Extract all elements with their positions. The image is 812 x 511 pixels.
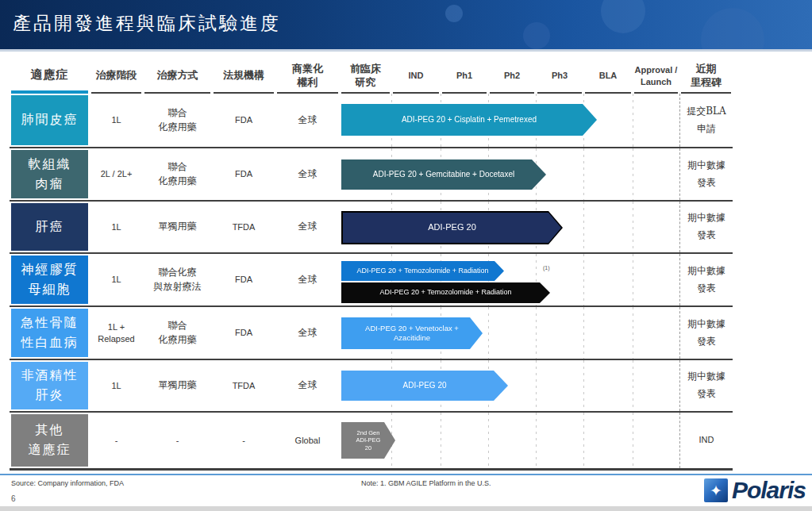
header-stage: 治療階段 (91, 60, 141, 94)
arrow-label: ADI-PEG 20 + Temozolomide + Radiation (357, 267, 489, 275)
rights-cell: 全球 (275, 94, 340, 147)
indication-cell: 非酒精性 肝炎 (11, 362, 88, 409)
table-header-row: 適應症 治療階段 治療方式 法規機構 商業化 權利 前臨床 研究 IND Ph1… (10, 60, 733, 94)
agency-cell: FDA (212, 148, 275, 200)
method-cell: 聯合 化療用藥 (143, 94, 212, 147)
decorative-circle (523, 22, 550, 49)
page-title: 產品開發進程與臨床試驗進度 (0, 0, 812, 36)
logo-text: Polaris (732, 477, 806, 504)
rights-cell: 全球 (275, 307, 340, 359)
milestone-cell: 期中數據 發表 (679, 360, 733, 411)
pipeline-table: 適應症 治療階段 治療方式 法規機構 商業化 權利 前臨床 研究 IND Ph1… (10, 60, 733, 471)
arrow-label: 2nd Gen ADI-PEG 20 (356, 429, 381, 451)
agency-cell: TFDA (212, 202, 275, 252)
rights-cell: Global (275, 413, 340, 468)
pipeline-arrow: ADI-PEG 20 + Temozolomide + Radiation (341, 261, 504, 281)
pipeline-arrow: ADI-PEG 20 (341, 211, 563, 244)
stage-cell: 1L (90, 360, 143, 411)
header-ind-phase: IND (393, 60, 439, 94)
stage-cell: 1L + Relapsed (90, 307, 143, 359)
page-number: 6 (11, 494, 16, 503)
header-preclinical: 前臨床 研究 (341, 60, 390, 94)
pipeline-arrow: ADI-PEG 20 + Gemcitabine + Docetaxel (341, 159, 546, 190)
phase-track: ADI-PEG 20 + Temozolomide + Radiation AD… (340, 254, 679, 305)
indication-cell: 神經膠質 母細胞 (11, 256, 88, 304)
table-row-sarcoma: 軟組織 肉瘤 2L / 2L+ 聯合 化療用藥 FDA 全球 ADI-PEG 2… (10, 147, 733, 200)
phase-track: ADI-PEG 20 (340, 360, 679, 411)
rights-cell: 全球 (275, 202, 340, 252)
stage-cell: 1L (90, 202, 143, 252)
pipeline-arrow: 2nd Gen ADI-PEG 20 (341, 422, 395, 459)
table-body: 肺間皮癌 1L 聯合 化療用藥 FDA 全球 ADI-PEG 20 + Cisp… (10, 94, 733, 471)
header-ph3: Ph3 (537, 60, 582, 94)
header-method: 治療方式 (144, 60, 210, 94)
decorative-circle (445, 5, 463, 22)
stage-cell: 1L (90, 254, 143, 305)
footnote-marker: (1) (543, 265, 550, 271)
method-cell: - (143, 413, 212, 468)
arrow-label: ADI-PEG 20 + Cisplatin + Pemetrexed (402, 115, 537, 125)
phase-track: ADI-PEG 20 + Cisplatin + Pemetrexed (340, 94, 679, 147)
bottom-strip (0, 506, 812, 511)
source-note: Source: Company information, FDA (11, 479, 124, 487)
header-indication: 適應症 (11, 60, 88, 94)
table-row-liver-cancer: 肝癌 1L 單獨用藥 TFDA 全球 ADI-PEG 20 期中數據 發表 (10, 200, 733, 252)
agency-cell: FDA (212, 254, 275, 305)
table-row-mesothelioma: 肺間皮癌 1L 聯合 化療用藥 FDA 全球 ADI-PEG 20 + Cisp… (10, 94, 733, 147)
header-agency: 法規機構 (214, 60, 274, 94)
slide-header: 產品開發進程與臨床試驗進度 (0, 0, 812, 52)
milestone-cell: 期中數據 發表 (679, 148, 733, 200)
table-row-nash: 非酒精性 肝炎 1L 單獨用藥 TFDA 全球 ADI-PEG 20 期中數據 … (10, 359, 733, 411)
milestone-cell: 期中數據 發表 (679, 202, 733, 252)
table-row-glioblastoma: 神經膠質 母細胞 1L 聯合化療 與放射療法 FDA 全球 ADI-PEG 20… (10, 252, 733, 305)
phase-track: ADI-PEG 20 + Gemcitabine + Docetaxel (340, 148, 679, 200)
table-row-aml: 急性骨隨 性白血病 1L + Relapsed 聯合 化療用藥 FDA 全球 A… (10, 305, 733, 359)
rights-cell: 全球 (275, 148, 340, 200)
header-approval: Approval / Launch (634, 60, 678, 94)
footer-divider (0, 474, 812, 475)
pipeline-arrow: ADI-PEG 20 + Cisplatin + Pemetrexed (341, 104, 597, 136)
stage-cell: 2L / 2L+ (90, 148, 143, 200)
indication-cell: 軟組織 肉瘤 (11, 150, 88, 198)
arrow-label: ADI-PEG 20 (402, 381, 446, 391)
stage-cell: - (90, 413, 143, 468)
arrow-label: ADI-PEG 20 + Gemcitabine + Docetaxel (373, 170, 514, 180)
milestone-cell: 期中數據 發表 (679, 307, 733, 359)
stage-cell: 1L (90, 94, 143, 147)
arrow-label: ADI-PEG 20 + Temozolomide + Radiation (380, 288, 512, 297)
header-rights: 商業化 權利 (277, 60, 338, 94)
method-cell: 聯合化療 與放射療法 (143, 254, 212, 305)
rights-cell: 全球 (275, 360, 340, 411)
header-ph2: Ph2 (490, 60, 534, 94)
agency-cell: FDA (212, 307, 275, 359)
milestone-cell: IND (679, 413, 733, 468)
polaris-logo: ✦ Polaris (704, 477, 806, 504)
milestone-cell: 期中數據 發表 (679, 254, 733, 305)
agency-cell: FDA (212, 94, 275, 147)
phase-track: 2nd Gen ADI-PEG 20 (340, 413, 679, 468)
header-ph1: Ph1 (442, 60, 487, 94)
arrow-label: ADI-PEG 20 + Venetoclax + Azacitidine (365, 324, 459, 343)
pipeline-arrow: ADI-PEG 20 + Venetoclax + Azacitidine (341, 317, 483, 349)
indication-cell: 肺間皮癌 (11, 95, 88, 145)
pipeline-arrow: ADI-PEG 20 + Temozolomide + Radiation (341, 282, 550, 303)
agency-cell: - (212, 413, 275, 468)
indication-cell: 急性骨隨 性白血病 (11, 309, 88, 357)
pipeline-arrow: ADI-PEG 20 (341, 371, 508, 401)
method-cell: 聯合 化療用藥 (143, 148, 212, 200)
arrow-label: ADI-PEG 20 (428, 222, 476, 233)
phase-track: ADI-PEG 20 + Venetoclax + Azacitidine (340, 307, 679, 359)
phase-track: ADI-PEG 20 (340, 202, 679, 252)
indication-cell: 肝癌 (11, 203, 88, 251)
footnote: Note: 1. GBM AGILE Platform in the U.S. (361, 479, 491, 487)
table-row-other: 其他 適應症 - - - Global 2nd Gen ADI-PEG 20 I… (10, 411, 733, 468)
rights-cell: 全球 (275, 254, 340, 305)
indication-cell: 其他 適應症 (11, 414, 88, 467)
header-milestone: 近期 里程碑 (681, 60, 731, 94)
header-bla: BLA (585, 60, 631, 94)
method-cell: 聯合 化療用藥 (143, 307, 212, 359)
method-cell: 單獨用藥 (143, 202, 212, 252)
method-cell: 單獨用藥 (143, 360, 212, 411)
milestone-cell: 提交BLA 申請 (679, 94, 733, 147)
polaris-star-icon: ✦ (704, 478, 728, 502)
